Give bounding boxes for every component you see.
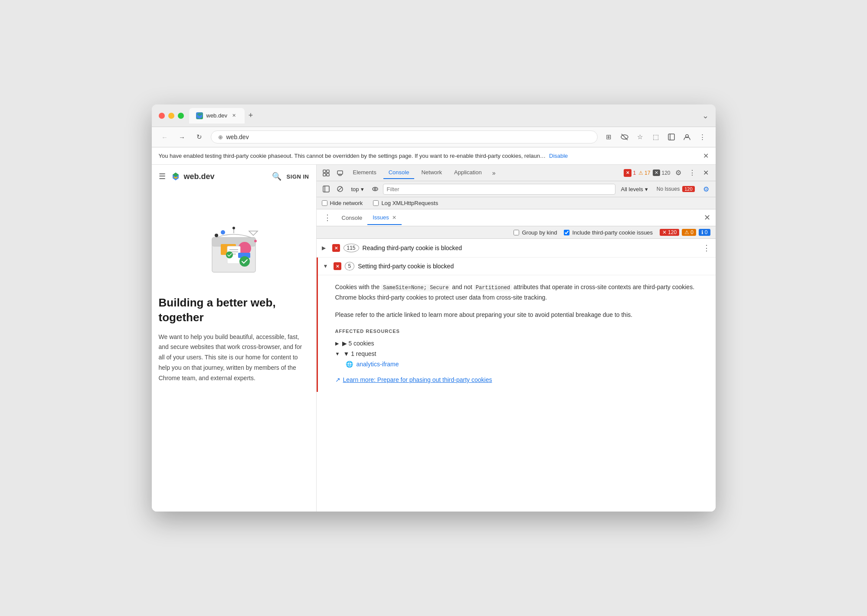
issue-title-reading: Reading third-party cookie is blocked <box>363 244 462 251</box>
site-name: web.dev <box>184 172 215 181</box>
more-tabs-button[interactable]: » <box>489 168 499 178</box>
site-logo[interactable]: web.dev <box>171 172 215 181</box>
issue-expanded-header[interactable]: ▼ ✕ 5 Setting third-party cookie is bloc… <box>318 257 716 275</box>
eye-icon[interactable] <box>369 183 381 195</box>
resource-iframe[interactable]: 🌐 analytics-iframe <box>335 359 707 369</box>
issues-tab-close[interactable]: ✕ <box>392 215 396 221</box>
log-xhr-input[interactable] <box>373 200 379 206</box>
hide-icon[interactable] <box>618 131 631 143</box>
cookies-label: ▶ 5 cookies <box>342 340 374 347</box>
log-xhr-checkbox[interactable]: Log XMLHttpRequests <box>373 200 438 206</box>
no-issues-label: No Issues <box>657 186 680 192</box>
issues-info-badge: ℹ 0 <box>699 229 710 236</box>
tab-application[interactable]: Application <box>449 166 487 179</box>
issues-tab-console[interactable]: Console <box>337 211 368 225</box>
level-chevron: ▾ <box>645 186 648 192</box>
include-third-party-input[interactable] <box>564 230 569 235</box>
svg-rect-2 <box>668 134 674 140</box>
level-selector[interactable]: All levels ▾ <box>617 184 651 194</box>
warning-badge[interactable]: ⚠ 17 <box>638 170 650 176</box>
iframe-icon: 🌐 <box>346 361 353 368</box>
context-selector[interactable]: top ▾ <box>348 184 367 194</box>
issue-body: Cookies with the SameSite=None; Secure a… <box>318 275 716 392</box>
info-bar-text: You have enabled testing third-party coo… <box>159 153 546 159</box>
more-options-button[interactable]: ⋮ <box>686 167 698 179</box>
maximize-button[interactable] <box>178 113 184 119</box>
menu-icon[interactable]: ⋮ <box>697 131 709 143</box>
close-button[interactable] <box>159 113 165 119</box>
devtools-icon[interactable] <box>665 131 677 143</box>
request-expand-icon[interactable]: ▼ <box>335 351 340 356</box>
tab-close-button[interactable]: ✕ <box>231 112 238 119</box>
cast-icon[interactable]: ⊞ <box>603 131 615 143</box>
learn-more-link[interactable]: Learn more: Prepare for phasing out thir… <box>343 376 492 383</box>
settings-button[interactable]: ⚙ <box>672 167 684 179</box>
resource-cookies[interactable]: ▶ ▶ 5 cookies <box>335 338 707 349</box>
hide-network-input[interactable] <box>322 200 327 206</box>
issues-list: ▶ ✕ 115 Reading third-party cookie is bl… <box>317 239 716 512</box>
issue-collapse-icon[interactable]: ▼ <box>323 263 330 269</box>
resource-request[interactable]: ▼ ▼ 1 request <box>335 349 707 359</box>
console-settings-icon[interactable]: ⚙ <box>700 183 712 195</box>
include-third-party-checkbox[interactable]: Include third-party cookie issues <box>564 229 653 236</box>
svg-line-31 <box>338 187 342 191</box>
extension-icon[interactable]: ⬚ <box>650 131 662 143</box>
info-bar-link[interactable]: Disable <box>549 153 568 159</box>
minimize-button[interactable] <box>168 113 174 119</box>
url-bar[interactable]: ⊕ web.dev <box>211 130 598 143</box>
code-partitioned: Partitioned <box>474 284 512 291</box>
tab-favicon <box>196 112 203 119</box>
devtools-topbar: Elements Console Network Application » ✕… <box>317 165 716 181</box>
search-icon[interactable]: 🔍 <box>272 172 281 181</box>
iframe-link[interactable]: analytics-iframe <box>357 361 399 368</box>
issues-error-badge: ✕ 120 <box>660 229 679 236</box>
url-security-icon: ⊕ <box>218 134 223 140</box>
error-badge[interactable]: ✕ 1 <box>624 169 636 177</box>
reload-button[interactable]: ↻ <box>193 131 206 143</box>
profile-icon[interactable] <box>681 131 693 143</box>
hero-body: We want to help you build beautiful, acc… <box>159 332 309 384</box>
sidebar: ☰ web.dev 🔍 SIGN IN <box>152 165 317 512</box>
svg-point-33 <box>374 188 376 190</box>
issues-panel-close[interactable]: ✕ <box>704 213 710 222</box>
hide-network-checkbox[interactable]: Hide network <box>322 200 363 206</box>
cookies-expand-icon[interactable]: ▶ <box>335 341 339 346</box>
active-tab[interactable]: web.dev ✕ <box>189 108 245 124</box>
issue-row-reading[interactable]: ▶ ✕ 115 Reading third-party cookie is bl… <box>317 239 716 257</box>
hamburger-menu[interactable]: ☰ <box>159 172 166 181</box>
issues-warning-badge: ⚠ 0 <box>682 229 696 236</box>
tab-console[interactable]: Console <box>383 166 415 179</box>
title-bar: web.dev ✕ + ⌄ <box>152 104 716 127</box>
window-chevron[interactable]: ⌄ <box>702 111 709 121</box>
issue-menu-button[interactable]: ⋮ <box>703 243 710 253</box>
close-devtools-button[interactable]: ✕ <box>700 167 712 179</box>
issues-more-btn[interactable]: ⋮ <box>322 209 333 226</box>
filter-input[interactable] <box>383 184 616 195</box>
issue-count-2: 5 <box>345 262 355 271</box>
back-button[interactable]: ← <box>159 131 171 143</box>
star-icon[interactable]: ☆ <box>634 131 646 143</box>
main-content: ☰ web.dev 🔍 SIGN IN <box>152 165 716 512</box>
affected-resources: AFFECTED RESOURCES ▶ ▶ 5 cookies ▼ ▼ 1 r… <box>335 329 707 369</box>
new-tab-button[interactable]: + <box>245 110 257 122</box>
group-by-kind-checkbox[interactable]: Group by kind <box>514 229 557 236</box>
level-label: All levels <box>621 186 643 192</box>
issue-expand-icon[interactable]: ▶ <box>322 245 329 251</box>
devtools-badges: ✕ 1 ⚠ 17 ✕ 120 <box>624 169 670 177</box>
inspect-element-icon[interactable] <box>320 167 332 179</box>
info-bar-close-button[interactable]: ✕ <box>703 152 709 160</box>
tab-elements[interactable]: Elements <box>348 166 382 179</box>
tab-bar: web.dev ✕ + <box>189 108 697 124</box>
sidebar-toggle-icon[interactable] <box>320 183 332 195</box>
sign-in-button[interactable]: SIGN IN <box>287 173 309 180</box>
info-badge[interactable]: ✕ 120 <box>653 169 670 176</box>
group-by-kind-input[interactable] <box>514 230 519 235</box>
clear-console-icon[interactable] <box>334 183 346 195</box>
sidebar-nav: ☰ web.dev 🔍 SIGN IN <box>159 172 309 181</box>
issues-tab-issues[interactable]: Issues ✕ <box>367 211 402 225</box>
device-toolbar-icon[interactable] <box>334 167 346 179</box>
tab-network[interactable]: Network <box>416 166 447 179</box>
request-label: ▼ 1 request <box>343 350 376 357</box>
forward-button[interactable]: → <box>176 131 188 143</box>
group-by-kind-label: Group by kind <box>522 229 557 236</box>
